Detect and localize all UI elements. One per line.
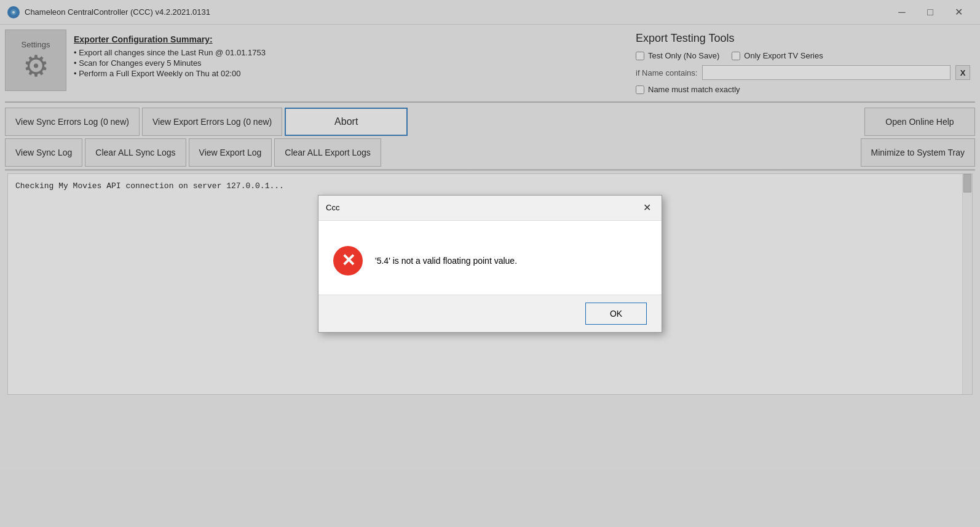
- dialog-titlebar: Ccc ✕: [318, 196, 662, 221]
- dialog-body: ✕ '5.4' is not a valid floating point va…: [318, 221, 662, 295]
- error-x-icon: ✕: [341, 252, 355, 269]
- error-icon: ✕: [333, 246, 363, 275]
- dialog-footer: OK: [318, 295, 662, 332]
- dialog-title: Ccc: [326, 203, 339, 212]
- dialog-ok-button[interactable]: OK: [585, 303, 647, 325]
- modal-backdrop: Ccc ✕ ✕ '5.4' is not a valid floating po…: [0, 0, 980, 527]
- dialog-message: '5.4' is not a valid floating point valu…: [375, 256, 517, 266]
- dialog-close-button[interactable]: ✕: [639, 200, 654, 215]
- dialog: Ccc ✕ ✕ '5.4' is not a valid floating po…: [318, 195, 662, 333]
